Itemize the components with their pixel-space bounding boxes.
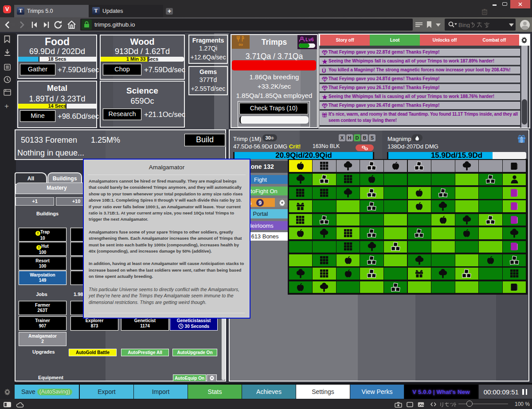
svg-text:Bing: Bing [458, 22, 470, 28]
